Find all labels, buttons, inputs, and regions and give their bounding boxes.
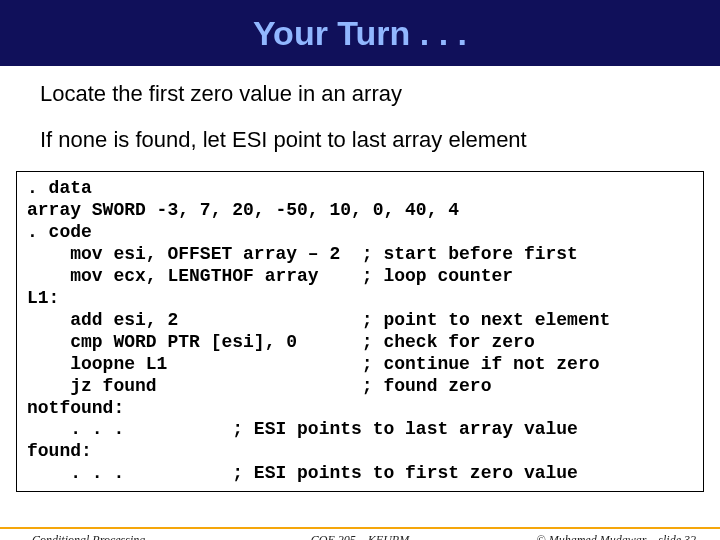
- instruction-line-1: Locate the first zero value in an array: [40, 80, 680, 108]
- slide-title: Your Turn . . .: [253, 14, 467, 53]
- instruction-line-2: If none is found, let ESI point to last …: [40, 126, 680, 154]
- slide-body: Locate the first zero value in an array …: [0, 66, 720, 153]
- title-bar: Your Turn . . .: [0, 0, 720, 66]
- footer-right: © Muhamed Mudawar – slide 32: [537, 533, 696, 540]
- slide: Your Turn . . . Locate the first zero va…: [0, 0, 720, 540]
- code-block: . data array SWORD -3, 7, 20, -50, 10, 0…: [16, 171, 704, 492]
- footer: Conditional Processing COE 205 – KFUPM ©…: [0, 527, 720, 533]
